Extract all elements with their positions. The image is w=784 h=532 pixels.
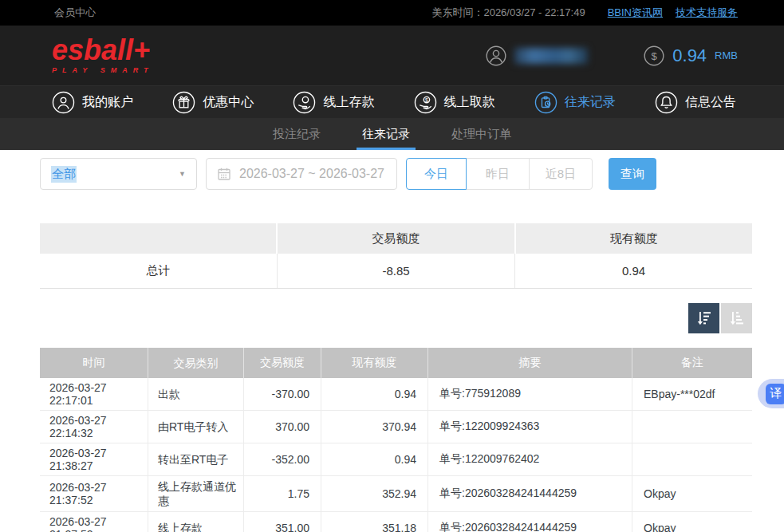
cell-time: 2026-03-27 22:17:01 <box>40 378 148 410</box>
table-row: 2026-03-27 21:37:52 线上存款 351.00 351.18 单… <box>40 512 752 532</box>
nav-label: 线上存款 <box>323 94 374 111</box>
sort-descending-icon <box>695 309 713 327</box>
sort-ascending-icon <box>728 309 746 327</box>
date-range-value: 2026-03-27 ~ 2026-03-27 <box>239 167 384 181</box>
cell-remark: Okpay <box>632 476 752 511</box>
cell-type: 由RT电子转入 <box>148 411 244 443</box>
cell-balance: 351.18 <box>321 512 428 532</box>
header-time: 时间 <box>40 348 148 378</box>
header-type: 交易类别 <box>148 348 244 378</box>
transactions-table: 时间 交易类别 交易额度 现有额度 摘要 备注 2026-03-27 22:17… <box>40 348 752 532</box>
filter-bar: 全部 ▼ 2026-03-27 ~ 2026-03-27 今日 昨日 近8日 查… <box>40 158 752 190</box>
nav-label: 线上取款 <box>444 94 495 111</box>
tab-label: 处理中订单 <box>451 127 511 142</box>
summary-header-empty <box>40 223 278 254</box>
deposit-icon <box>293 91 316 114</box>
nav-item-announcements[interactable]: 信息公告 <box>655 91 736 114</box>
tab-betting-records[interactable]: 投注纪录 <box>270 118 324 150</box>
cell-remark <box>632 443 752 475</box>
gift-icon <box>172 91 195 114</box>
header-remark: 备注 <box>632 348 752 378</box>
table-header-row: 时间 交易类别 交易额度 现有额度 摘要 备注 <box>40 348 752 378</box>
tab-pending-orders[interactable]: 处理中订单 <box>448 118 514 150</box>
nav-item-promotions[interactable]: 优惠中心 <box>172 91 254 114</box>
cell-summary: 单号:775912089 <box>428 378 632 410</box>
cell-summary: 单号:202603284241444259 <box>428 476 632 511</box>
esball-logo[interactable]: esball+ PLAY SMART <box>52 37 154 74</box>
nav-label: 往来记录 <box>565 94 616 111</box>
type-select-value: 全部 <box>51 166 77 183</box>
coin-icon: $ <box>644 45 664 66</box>
user-info[interactable] <box>486 45 588 66</box>
header-balance: 现有额度 <box>321 348 428 378</box>
nav-label: 信息公告 <box>685 94 736 111</box>
username-blurred <box>514 48 588 64</box>
cell-time: 2026-03-27 21:37:52 <box>40 476 148 511</box>
nav-item-transaction-records[interactable]: 往来记录 <box>534 91 616 114</box>
svg-text:$: $ <box>425 97 428 102</box>
cell-time: 2026-03-27 21:38:27 <box>40 443 148 475</box>
account-icon <box>52 91 75 114</box>
search-button[interactable]: 查询 <box>609 158 656 190</box>
bbin-news-link[interactable]: BBIN资讯网 <box>608 6 663 20</box>
cell-type: 线上存款 <box>148 512 244 532</box>
calendar-icon <box>217 167 231 181</box>
date-range-input[interactable]: 2026-03-27 ~ 2026-03-27 <box>206 158 397 190</box>
logo-text: esball+ <box>52 37 154 64</box>
summary-total-row: 总计 -8.85 0.94 <box>40 254 752 289</box>
translate-icon: 译 <box>766 384 784 404</box>
nav-label: 优惠中心 <box>203 94 254 111</box>
chevron-down-icon: ▼ <box>179 170 186 178</box>
balance-amount: 0.94 <box>672 45 707 66</box>
cell-remark: EBpay-***02df <box>632 378 752 410</box>
today-button[interactable]: 今日 <box>406 158 467 190</box>
cell-balance: 0.94 <box>321 378 428 410</box>
summary-transaction-total: -8.85 <box>278 254 515 288</box>
translate-fab[interactable]: 译 <box>758 379 784 408</box>
yesterday-button[interactable]: 昨日 <box>466 158 530 190</box>
cell-time: 2026-03-27 22:14:32 <box>40 411 148 443</box>
cell-type: 转出至RT电子 <box>148 443 244 475</box>
header-summary: 摘要 <box>428 348 632 378</box>
cell-type: 出款 <box>148 378 244 410</box>
summary-header-row: 交易额度 现有额度 <box>40 223 752 254</box>
bell-icon <box>655 91 678 114</box>
tab-transaction-records[interactable]: 往来记录 <box>359 118 413 150</box>
eastern-time-label: 美东时间：2026/03/27 - 22:17:49 <box>431 6 585 20</box>
balance-display[interactable]: $ 0.94 RMB <box>644 45 738 66</box>
member-center-link[interactable]: 会员中心 <box>54 6 96 20</box>
cell-amount: -352.00 <box>244 443 321 475</box>
sort-ascending-button[interactable] <box>721 303 752 333</box>
cell-balance: 0.94 <box>321 443 428 475</box>
main-content: 全部 ▼ 2026-03-27 ~ 2026-03-27 今日 昨日 近8日 查… <box>0 158 752 532</box>
table-row: 2026-03-27 21:38:27 转出至RT电子 -352.00 0.94… <box>40 443 752 476</box>
cell-balance: 352.94 <box>321 476 428 511</box>
svg-text:$: $ <box>652 50 658 62</box>
table-row: 2026-03-27 22:14:32 由RT电子转入 370.00 370.9… <box>40 411 752 443</box>
summary-total-label: 总计 <box>40 254 278 288</box>
nav-label: 我的账户 <box>82 94 133 111</box>
nav-item-withdraw[interactable]: $ 线上取款 <box>414 91 495 114</box>
nav-item-deposit[interactable]: 线上存款 <box>293 91 374 114</box>
quick-date-group: 今日 昨日 近8日 <box>406 158 593 190</box>
cell-amount: 351.00 <box>244 512 321 532</box>
topbar-links: BBIN资讯网 技术支持服务 <box>608 6 738 20</box>
tech-support-link[interactable]: 技术支持服务 <box>676 6 738 20</box>
tab-label: 往来记录 <box>362 127 410 142</box>
balance-currency: RMB <box>715 49 738 61</box>
records-icon <box>534 91 557 114</box>
sort-descending-button[interactable] <box>688 303 719 333</box>
cell-amount: 1.75 <box>244 476 321 511</box>
sort-controls <box>40 303 752 333</box>
cell-balance: 370.94 <box>321 411 428 443</box>
cell-remark: Okpay <box>632 512 752 532</box>
last-8-days-button[interactable]: 近8日 <box>529 158 593 190</box>
type-select[interactable]: 全部 ▼ <box>40 158 197 190</box>
cell-summary: 单号:122009924363 <box>428 411 632 443</box>
nav-item-my-account[interactable]: 我的账户 <box>52 91 133 114</box>
summary-balance-total: 0.94 <box>515 254 752 288</box>
table-row: 2026-03-27 22:17:01 出款 -370.00 0.94 单号:7… <box>40 378 752 411</box>
top-utility-bar: 会员中心 美东时间：2026/03/27 - 22:17:49 BBIN资讯网 … <box>0 0 784 26</box>
withdraw-icon: $ <box>414 91 437 114</box>
cell-amount: -370.00 <box>244 378 321 410</box>
